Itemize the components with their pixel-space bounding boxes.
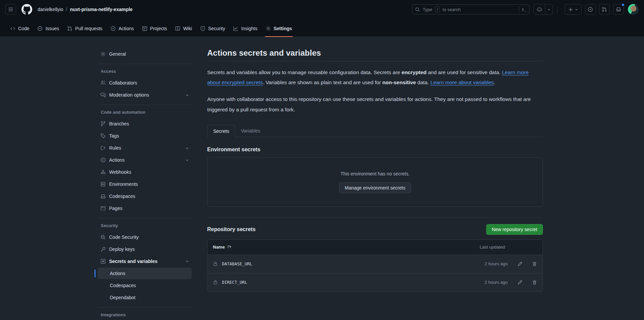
breadcrumb-separator: / (66, 7, 67, 12)
breadcrumb: danielkellyio / nuxt-prisma-netlify-exam… (38, 7, 133, 12)
sidebar-item-moderation-options[interactable]: Moderation options (98, 89, 192, 101)
copilot-dropdown-button[interactable] (545, 4, 553, 14)
new-repository-secret-button[interactable]: New repository secret (486, 224, 543, 235)
search-placeholder-prefix: Type (423, 7, 432, 12)
table-icon (142, 26, 147, 31)
sidebar-item-deploy-keys[interactable]: Deploy keys (98, 244, 192, 255)
key-icon (100, 247, 106, 252)
code-icon (10, 26, 15, 31)
name-column-header[interactable]: Name (213, 245, 232, 250)
sidebar-section-code-automation: Code and automation (94, 110, 192, 115)
tag-icon (100, 133, 106, 139)
table-header-row: Name Last updated (208, 240, 543, 255)
create-new-button[interactable] (565, 4, 582, 15)
settings-sidebar: General Access Collaborators Moderation … (94, 48, 192, 320)
sidebar-item-pages[interactable]: Pages (98, 203, 192, 214)
tab-issues[interactable]: Issues (35, 26, 61, 37)
repository-secrets-header: Repository secrets New repository secret (207, 224, 543, 235)
avatar[interactable] (628, 4, 639, 15)
breadcrumb-owner[interactable]: danielkellyio (38, 7, 63, 12)
edit-secret-button[interactable] (517, 280, 522, 285)
environment-secrets-empty-state: This environment has no secrets. Manage … (207, 157, 543, 207)
delete-secret-button[interactable] (532, 261, 537, 267)
tab-actions[interactable]: Actions (108, 26, 137, 37)
collaborator-note: Anyone with collaborator access to this … (207, 94, 543, 114)
slash-key-hint: / (435, 6, 440, 12)
environment-empty-message: This environment has no secrets. (340, 171, 410, 176)
search-input[interactable]: Type / to search ❯_ (412, 4, 530, 14)
issues-button[interactable] (585, 4, 596, 15)
chevron-down-icon (547, 8, 551, 11)
copilot-button[interactable] (534, 4, 545, 14)
intro-paragraph: Secrets and variables allow you to manag… (207, 67, 543, 88)
rules-icon (100, 145, 106, 151)
play-icon (110, 26, 116, 31)
secrets-variables-tabnav: Secrets Variables (207, 125, 543, 137)
chevron-down-icon (185, 93, 189, 97)
sidebar-subitem-dependabot[interactable]: Dependabot (98, 292, 192, 303)
tab-security[interactable]: Security (197, 26, 228, 37)
app-header: danielkellyio / nuxt-prisma-netlify-exam… (0, 0, 644, 37)
codespaces-icon (100, 194, 106, 199)
play-icon (100, 157, 106, 163)
section-divider (207, 217, 543, 217)
repository-secrets-table: Name Last updated DATABASE_URL 2 hours a… (207, 239, 543, 292)
github-logo[interactable] (21, 4, 32, 15)
tab-variables[interactable]: Variables (235, 125, 266, 137)
sidebar-item-tags[interactable]: Tags (98, 130, 192, 142)
octocat-icon (21, 4, 32, 15)
edit-secret-button[interactable] (517, 261, 522, 267)
git-branch-icon (100, 121, 106, 126)
pull-requests-button[interactable] (599, 4, 610, 15)
page-title: Actions secrets and variables (207, 48, 543, 61)
lock-icon (213, 261, 218, 266)
tab-wiki[interactable]: Wiki (172, 26, 194, 37)
sidebar-subitem-codespaces[interactable]: Codespaces (98, 280, 192, 291)
sidebar-item-branches[interactable]: Branches (98, 118, 192, 129)
chevron-up-icon (185, 260, 189, 263)
sidebar-item-secrets-and-variables[interactable]: Secrets and variables (98, 256, 192, 267)
breadcrumb-repo[interactable]: nuxt-prisma-netlify-example (70, 7, 133, 12)
comment-discussion-icon (100, 92, 106, 98)
sidebar-item-webhooks[interactable]: Webhooks (98, 166, 192, 178)
sidebar-divider (98, 64, 192, 64)
sidebar-subitem-actions[interactable]: Actions (98, 268, 192, 279)
environment-secrets-heading: Environment secrets (207, 147, 543, 153)
command-palette-icon[interactable]: ❯_ (522, 7, 526, 12)
header-divider (557, 6, 557, 13)
gear-icon (266, 26, 271, 31)
asterisk-box-icon (100, 259, 106, 264)
sidebar-item-collaborators[interactable]: Collaborators (98, 77, 192, 89)
sort-ascending-icon (227, 245, 232, 250)
git-pull-request-icon (602, 7, 607, 12)
sidebar-item-general[interactable]: General (98, 48, 192, 60)
copilot-button-group (534, 4, 553, 15)
sidebar-item-rules[interactable]: Rules (98, 142, 192, 154)
sidebar-section-security: Security (94, 223, 192, 228)
last-updated-column-header: Last updated (480, 245, 505, 250)
tab-settings[interactable]: Settings (263, 26, 295, 37)
tab-pull-requests[interactable]: Pull requests (64, 26, 105, 37)
tab-code[interactable]: Code (7, 26, 32, 37)
notifications-inbox-button[interactable] (613, 4, 624, 15)
sidebar-item-actions[interactable]: Actions (98, 154, 192, 166)
sidebar-item-code-security[interactable]: Code Security (98, 231, 192, 243)
browser-icon (100, 206, 106, 211)
issue-opened-icon (37, 26, 43, 31)
sidebar-item-environments[interactable]: Environments (98, 178, 192, 190)
chevron-down-icon (185, 146, 189, 150)
inbox-icon (616, 7, 621, 12)
sidebar-item-codespaces[interactable]: Codespaces (98, 191, 192, 202)
tab-projects[interactable]: Projects (139, 26, 170, 37)
plus-icon (568, 7, 573, 12)
tab-insights[interactable]: Insights (230, 26, 260, 37)
tab-secrets[interactable]: Secrets (207, 125, 235, 137)
trash-icon (532, 261, 537, 267)
hamburger-menu-button[interactable] (5, 4, 16, 15)
repo-nav-tabs: Code Issues Pull requests Actions Projec… (0, 19, 644, 37)
delete-secret-button[interactable] (532, 280, 537, 285)
manage-environment-secrets-button[interactable]: Manage environment secrets (339, 182, 411, 193)
learn-more-variables-link[interactable]: Learn more about variables (430, 79, 494, 85)
lock-icon (213, 280, 218, 285)
unread-notifications-dot (621, 3, 625, 7)
